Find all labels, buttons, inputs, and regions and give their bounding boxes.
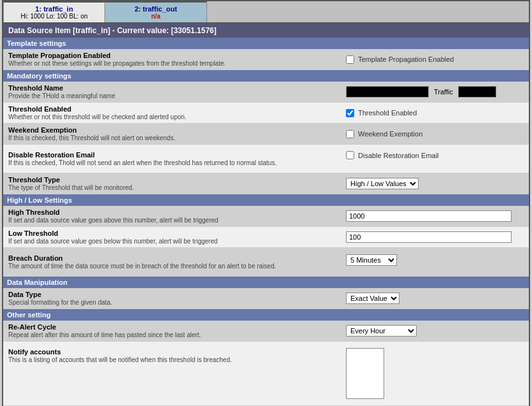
weekend-exemption-label: Weekend Exemption [8,126,336,134]
notify-accounts-row: Notify accounts This is a listing of acc… [3,342,529,406]
template-propagation-checkbox-text: Template Propagation Enabled [358,55,454,63]
section-mandatory-settings: Mandatory settings [3,70,529,82]
threshold-enabled-desc: Whether or not this threshold will be ch… [8,113,336,120]
threshold-enabled-row: Threshold Enabled Whether or not this th… [3,103,529,124]
data-type-select[interactable]: Exact Value Percentage Scientific [346,293,399,304]
high-threshold-row: High Threshold If set and data source va… [3,206,529,227]
template-propagation-row: Template Propagation Enabled Whether or … [3,49,529,70]
threshold-enabled-text: Threshold Enabled [358,109,417,117]
disable-restoration-row: Disable Restoration Email If this is che… [3,145,529,173]
tab1-sub: Hi: 1000 Lo: 100 BL: on [14,13,94,20]
threshold-enabled-checkbox-label[interactable]: Threshold Enabled [346,109,417,117]
section-template-settings: Template settings [3,38,529,49]
low-threshold-desc: If set and data source value goes below … [8,238,336,245]
template-propagation-control: Template Propagation Enabled [341,53,529,66]
data-type-label: Data Type [8,291,336,298]
high-threshold-desc: If set and data source value goes above … [8,217,336,224]
weekend-exemption-text: Weekend Exemption [358,130,422,138]
section-other-setting: Other setting [3,309,529,321]
weekend-exemption-checkbox[interactable] [346,130,354,138]
low-threshold-row: Low Threshold If set and data source val… [3,227,529,248]
disable-restoration-text: Disable Restoration Email [358,152,439,159]
threshold-type-select[interactable]: High / Low Values Exact Value No Thresho… [346,178,419,189]
notify-accounts-desc: This is a listing of accounts that will … [8,356,336,363]
breach-duration-row: Breach Duration The amount of time the d… [3,248,529,277]
threshold-name-input[interactable] [346,86,429,98]
re-alert-desc: Repeat alert after this amount of time h… [8,331,336,338]
notify-accounts-textarea[interactable] [347,349,384,398]
threshold-name-middle: Traffic [434,88,453,96]
disable-restoration-checkbox[interactable] [346,151,354,159]
threshold-type-desc: The type of Threshold that will be monit… [8,184,336,191]
template-propagation-label: Template Propagation Enabled [8,52,336,59]
notify-accounts-scroll-container [346,348,384,399]
re-alert-control: Every Hour Every 30 Minutes Every Day Ne… [341,323,529,339]
tabs-bar: 1: traffic_in Hi: 1000 Lo: 100 BL: on 2:… [3,1,529,24]
template-propagation-checkbox-label[interactable]: Template Propagation Enabled [346,55,454,64]
weekend-exemption-control: Weekend Exemption [341,127,529,141]
low-threshold-input[interactable] [346,231,512,243]
high-threshold-input[interactable] [346,210,512,222]
notify-accounts-label: Notify accounts [8,348,336,356]
data-type-desc: Special formatting for the given data. [8,299,336,306]
threshold-enabled-control: Threshold Enabled [341,106,529,120]
section-high-low: High / Low Settings [3,194,529,206]
data-type-control: Exact Value Percentage Scientific [341,290,529,307]
page-title: Data Source Item [traffic_in] - Current … [3,24,529,38]
breach-duration-control: 5 Minutes 10 Minutes 15 Minutes 30 Minut… [341,252,529,268]
disable-restoration-checkbox-label[interactable]: Disable Restoration Email [346,151,439,159]
weekend-exemption-desc: If this is checked, this Threshold will … [8,134,336,141]
data-type-row: Data Type Special formatting for the giv… [3,288,529,309]
breach-duration-label: Breach Duration [8,254,336,262]
breach-duration-select[interactable]: 5 Minutes 10 Minutes 15 Minutes 30 Minut… [346,254,397,266]
re-alert-label: Re-Alert Cycle [8,323,336,331]
notify-accounts-control [341,345,529,402]
weekend-exemption-checkbox-label[interactable]: Weekend Exemption [346,130,422,138]
tab2-label: 2: traffic_out [115,5,196,13]
tab2-sub: n/a [115,13,196,20]
re-alert-select[interactable]: Every Hour Every 30 Minutes Every Day Ne… [346,325,417,337]
low-threshold-label: Low Threshold [8,229,336,237]
threshold-type-row: Threshold Type The type of Threshold tha… [3,173,529,194]
threshold-enabled-label: Threshold Enabled [8,105,336,113]
threshold-type-label: Threshold Type [8,176,336,184]
low-threshold-control [341,229,529,245]
disable-restoration-control: Disable Restoration Email [341,149,529,162]
tab1-label: 1: traffic_in [14,5,94,13]
tab-traffic-in[interactable]: 1: traffic_in Hi: 1000 Lo: 100 BL: on [3,1,105,22]
threshold-name-suffix-input[interactable] [458,86,496,98]
threshold-name-desc: Provide the THold a meaningful name [8,92,336,99]
template-propagation-desc: Whether or not these settings will be pr… [8,60,336,67]
threshold-name-row: Threshold Name Provide the THold a meani… [3,82,529,103]
tab-traffic-out[interactable]: 2: traffic_out n/a [105,1,207,22]
threshold-name-control: Traffic [341,83,529,100]
disable-restoration-desc: If this is checked, Thold will not send … [8,159,336,166]
breach-duration-desc: The amount of time the data source must … [8,263,336,270]
threshold-type-control: High / Low Values Exact Value No Thresho… [341,175,529,192]
threshold-name-label: Threshold Name [8,84,336,92]
section-data-manipulation: Data Manipulation [3,277,529,288]
weekend-exemption-row: Weekend Exemption If this is checked, th… [3,124,529,145]
disable-restoration-label: Disable Restoration Email [8,151,336,159]
re-alert-row: Re-Alert Cycle Repeat alert after this a… [3,321,529,342]
high-threshold-label: High Threshold [8,208,336,216]
high-threshold-control [341,208,529,224]
threshold-enabled-checkbox[interactable] [346,109,354,117]
template-propagation-checkbox[interactable] [346,55,354,64]
